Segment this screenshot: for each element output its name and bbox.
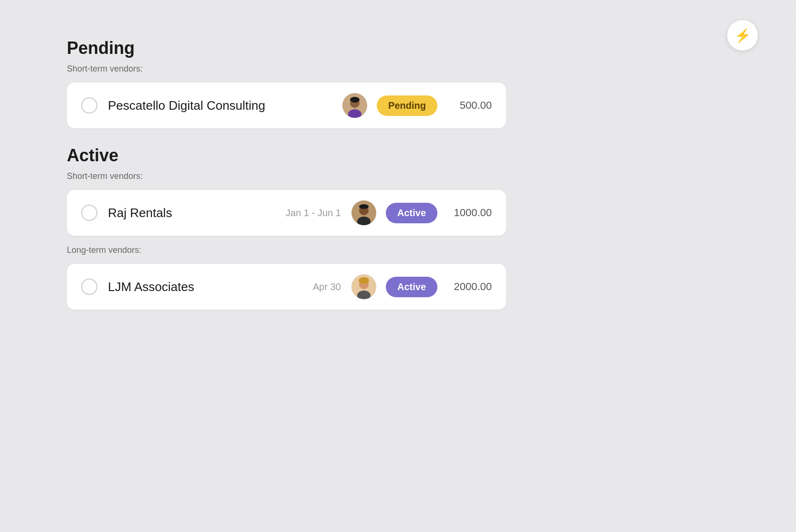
svg-point-2 [350, 97, 360, 103]
active-short-term-subtitle: Short-term vendors: [67, 171, 506, 181]
status-badge-raj: Active [386, 203, 437, 223]
status-badge-ljm: Active [386, 277, 437, 297]
avatar-ljm [351, 274, 376, 299]
radio-raj[interactable] [81, 205, 97, 221]
vendor-card-pescatello[interactable]: Pescatello Digital Consulting Pending 50… [67, 83, 506, 128]
main-content: Pending Short-term vendors: Pescatello D… [0, 0, 573, 355]
vendor-date-raj: Jan 1 - Jun 1 [286, 208, 341, 219]
vendor-card-raj[interactable]: Raj Rentals Jan 1 - Jun 1 Active 1000.00 [67, 190, 506, 236]
status-badge-pescatello: Pending [377, 95, 437, 116]
active-long-term-subtitle: Long-term vendors: [67, 245, 506, 255]
active-title: Active [67, 146, 506, 166]
amount-ljm: 2000.00 [449, 281, 492, 293]
amount-raj: 1000.00 [449, 207, 492, 219]
lightning-icon: ⚡ [734, 28, 751, 43]
pending-section: Pending Short-term vendors: Pescatello D… [67, 38, 506, 128]
pending-title: Pending [67, 38, 506, 58]
radio-ljm[interactable] [81, 279, 97, 295]
vendor-name-pescatello: Pescatello Digital Consulting [108, 98, 342, 113]
active-section: Active Short-term vendors: Raj Rentals J… [67, 146, 506, 310]
flash-button[interactable]: ⚡ [727, 20, 758, 51]
radio-pescatello[interactable] [81, 97, 97, 114]
pending-subtitle: Short-term vendors: [67, 64, 506, 74]
svg-point-10 [359, 277, 369, 284]
avatar-raj [351, 200, 376, 225]
vendor-date-ljm: Apr 30 [313, 282, 341, 292]
vendor-name-raj: Raj Rentals [108, 206, 286, 220]
svg-point-6 [359, 204, 369, 209]
vendor-card-ljm[interactable]: LJM Associates Apr 30 Active 2000.00 [67, 264, 506, 310]
avatar-pescatello [342, 93, 367, 118]
vendor-name-ljm: LJM Associates [108, 280, 313, 294]
amount-pescatello: 500.00 [449, 99, 492, 112]
